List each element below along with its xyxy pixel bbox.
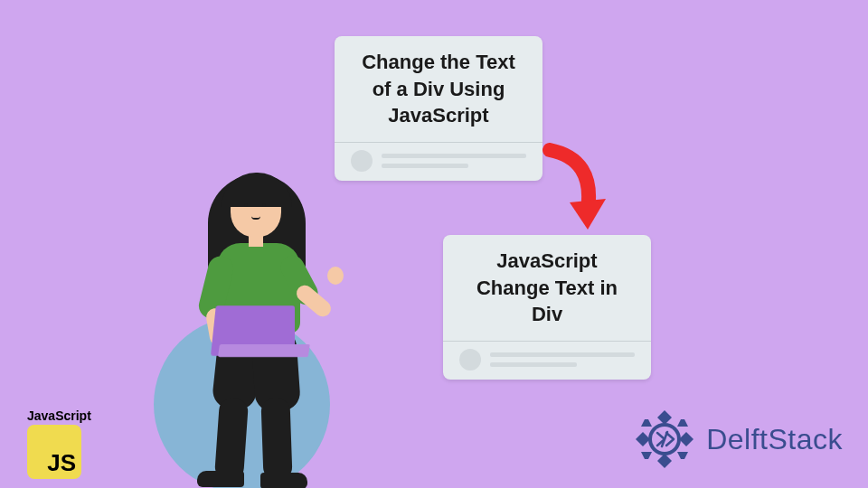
hand-right <box>327 267 344 285</box>
eye-right <box>262 203 266 207</box>
skeleton-avatar-icon <box>351 150 373 172</box>
skeleton-avatar-icon <box>459 349 481 371</box>
eye-left <box>244 203 248 207</box>
javascript-logo-icon: JS <box>27 425 81 479</box>
card-before-text: Change the Text of a Div Using JavaScrip… <box>351 49 526 129</box>
foot-right <box>260 473 307 488</box>
javascript-label: JavaScript <box>27 408 113 423</box>
shin-left <box>214 398 249 481</box>
foot-left <box>197 471 244 487</box>
shin-right <box>260 398 292 480</box>
card-before: Change the Text of a Div Using JavaScrip… <box>335 36 542 181</box>
arrow-icon <box>533 143 615 242</box>
skeleton-line-short <box>382 164 468 168</box>
card-after-text: JavaScript Change Text in Div <box>459 248 635 328</box>
delftstack-name: DelftStack <box>706 423 843 456</box>
skeleton-lines <box>382 154 526 168</box>
card-divider <box>335 142 542 143</box>
hair-top <box>222 173 292 207</box>
javascript-logo-text: JS <box>47 449 76 477</box>
skeleton-line-short <box>490 362 577 367</box>
person-illustration <box>127 167 380 488</box>
card-skeleton <box>459 349 635 371</box>
skeleton-line <box>382 154 526 158</box>
skeleton-line <box>490 352 635 357</box>
delftstack-brand: DelftStack <box>632 407 843 472</box>
card-skeleton <box>351 150 526 172</box>
card-divider <box>443 341 651 342</box>
laptop-base <box>218 344 310 357</box>
javascript-badge: JavaScript JS <box>27 408 113 479</box>
card-after: JavaScript Change Text in Div <box>443 235 651 380</box>
skeleton-lines <box>490 352 635 367</box>
delftstack-logo-icon <box>632 407 697 472</box>
